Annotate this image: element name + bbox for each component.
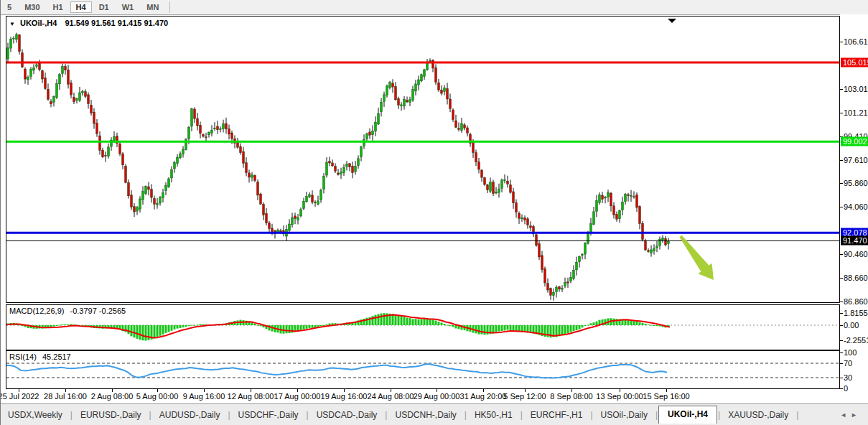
time-tick-label: 25 Jul 2022 xyxy=(0,392,39,401)
price-tick-label: 88.660 xyxy=(844,274,868,282)
axis-tick-mark xyxy=(840,113,843,113)
chart-tab-usdx-weekly[interactable]: USDX,Weekly xyxy=(1,407,70,423)
tab-scroll-right-icon[interactable]: ► xyxy=(851,411,862,419)
axis-tick-mark xyxy=(840,207,843,207)
chart-tab-usdcad-daily[interactable]: USDCAD-,Daily xyxy=(309,407,385,423)
chart-tab-hk50-h1[interactable]: HK50-,H1 xyxy=(467,407,520,423)
time-tick-label: 9 Aug 16:00 xyxy=(183,392,225,401)
rsi-label: RSI(14) 45.2517 xyxy=(9,352,71,361)
ohlc-values: 91.549 91.561 91.415 91.470 xyxy=(65,19,168,27)
toolbar-separator xyxy=(169,1,170,13)
axis-tick-mark xyxy=(840,254,843,255)
rsi-name: RSI(14) xyxy=(9,352,37,361)
time-tick-label: 12 Aug 08:00 xyxy=(228,392,274,401)
price-axis[interactable]: 106.610103.010101.21099.41097.61095.8609… xyxy=(840,14,868,403)
time-tick-label: 5 Aug 00:00 xyxy=(136,392,179,401)
price-level-badge: 99.002 xyxy=(841,137,868,146)
price-tick-label: 106.610 xyxy=(844,37,868,46)
rsi-tick-label: 0 xyxy=(844,384,848,393)
time-tick-label: 24 Aug 08:00 xyxy=(368,392,414,401)
timeframe-button-d1[interactable]: D1 xyxy=(93,1,115,13)
axis-tick-mark xyxy=(840,363,843,364)
main-chart-canvas[interactable] xyxy=(1,14,840,304)
chart-tab-xauusd-daily[interactable]: XAUUSD-,Daily xyxy=(721,407,795,423)
axis-tick-mark xyxy=(840,160,843,161)
macd-label: MACD(12,26,9) -0.3797 -0.2565 xyxy=(9,307,126,315)
price-tick-label: 95.860 xyxy=(844,179,868,187)
time-tick-label: 2 Aug 08:00 xyxy=(91,392,134,401)
axis-tick-mark xyxy=(840,89,843,90)
axis-tick-mark xyxy=(840,278,843,279)
time-axis[interactable]: 25 Jul 202228 Jul 16:002 Aug 08:005 Aug … xyxy=(1,389,840,403)
chart-tab-eurusd-daily[interactable]: EURUSD-,Daily xyxy=(73,407,149,423)
time-tick-label: 28 Jul 16:00 xyxy=(44,392,87,401)
macd-canvas[interactable] xyxy=(1,304,840,350)
time-tick-label: 31 Aug 20:00 xyxy=(460,392,507,401)
timeframe-button-h1[interactable]: H1 xyxy=(47,1,69,13)
rsi-tick-label: 70 xyxy=(844,359,852,368)
timeframe-button-w1[interactable]: W1 xyxy=(116,1,140,13)
macd-name: MACD(12,26,9) xyxy=(9,307,64,315)
axis-tick-mark xyxy=(840,42,843,42)
timeframe-button-h4[interactable]: H4 xyxy=(70,1,92,13)
axis-tick-mark xyxy=(840,388,843,389)
time-tick-label: 8 Sep 08:00 xyxy=(550,392,592,401)
time-tick-label: 5 Sep 12:00 xyxy=(503,392,546,401)
rsi-tick-label: 30 xyxy=(844,373,852,382)
axis-tick-mark xyxy=(840,340,843,341)
price-tick-label: 101.210 xyxy=(844,108,868,117)
chart-tab-eurchf-h1[interactable]: EURCHF-,H1 xyxy=(523,407,590,423)
time-tick-label: 29 Aug 00:00 xyxy=(414,392,460,401)
tab-scroll-left-icon[interactable]: ◄ xyxy=(840,411,851,419)
macd-tick-label: 0.00 xyxy=(844,321,859,330)
chart-tabs-bar: USDX,Weekly|EURUSD-,Daily|AUDUSD-,Daily|… xyxy=(1,403,868,425)
price-tick-label: 90.460 xyxy=(844,250,868,258)
timeframe-button-mn[interactable]: MN xyxy=(141,1,164,13)
chart-tab-usdchf-daily[interactable]: USDCHF-,Daily xyxy=(231,407,306,423)
macd-values: -0.3797 -0.2565 xyxy=(70,307,126,315)
timeframe-button-m30[interactable]: M30 xyxy=(19,1,45,13)
rsi-tick-label: 100 xyxy=(844,348,857,357)
rsi-values: 45.2517 xyxy=(42,352,71,361)
tab-separator: | xyxy=(795,410,799,420)
time-tick-label: 15 Sep 16:00 xyxy=(643,392,689,401)
axis-tick-mark xyxy=(840,183,843,184)
mt4-window: 5M30H1H4D1W1MN ▼ UKOil-,H4 91.549 91.561… xyxy=(0,0,868,425)
axis-tick-mark xyxy=(840,313,843,314)
time-tick-label: 19 Aug 16:00 xyxy=(321,392,368,401)
time-tick-label: 17 Aug 00:00 xyxy=(274,392,321,401)
price-tick-label: 94.060 xyxy=(844,202,868,211)
chart-title: ▼ UKOil-,H4 91.549 91.561 91.415 91.470 xyxy=(9,19,168,27)
price-tick-label: 97.610 xyxy=(844,156,868,164)
price-level-badge: 91.470 xyxy=(841,236,868,246)
chart-tab-ukoil-h4[interactable]: UKOil-,H4 xyxy=(658,406,717,424)
macd-tick-label: -2.2551 xyxy=(844,336,868,345)
axis-tick-mark xyxy=(840,325,843,326)
macd-tick-label: 1.8155 xyxy=(844,309,868,317)
tab-scroll-arrows: ◄► xyxy=(840,411,868,419)
timeframe-toolbar: 5M30H1H4D1W1MN xyxy=(1,0,868,15)
rsi-canvas[interactable] xyxy=(1,350,840,389)
axis-tick-mark xyxy=(840,352,843,353)
symbol-label: UKOil-,H4 xyxy=(20,19,57,27)
axis-tick-mark xyxy=(840,302,843,302)
chart-tab-usdcnh-daily[interactable]: USDCNH-,Daily xyxy=(388,407,463,423)
chevron-down-icon[interactable]: ▼ xyxy=(9,21,15,27)
chart-tab-usoil-daily[interactable]: USOil-,Daily xyxy=(594,407,655,423)
axis-tick-mark xyxy=(840,378,843,378)
time-tick-label: 13 Sep 00:00 xyxy=(596,392,643,401)
price-level-badge: 105.015 xyxy=(841,58,868,67)
timeframe-button-5[interactable]: 5 xyxy=(1,1,17,13)
price-tick-label: 86.860 xyxy=(844,297,868,306)
chart-tab-audusd-daily[interactable]: AUDUSD-,Daily xyxy=(152,407,228,423)
price-tick-label: 103.010 xyxy=(844,85,868,93)
